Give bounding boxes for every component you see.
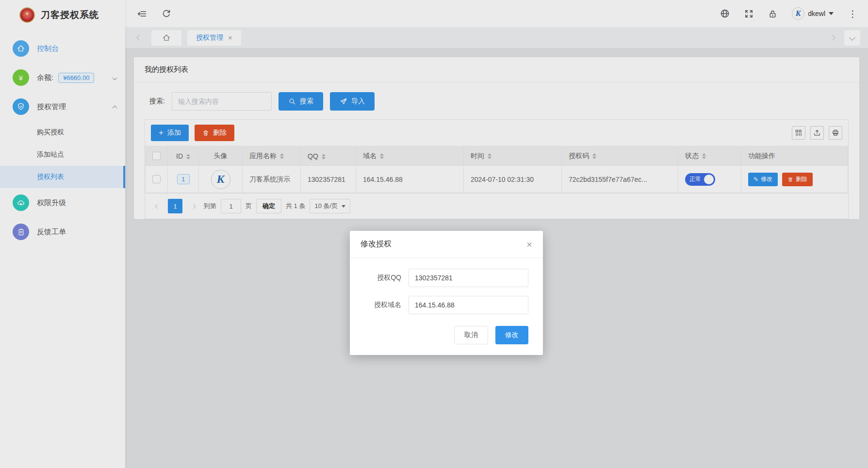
confirm-edit-button[interactable]: 修改 [495, 326, 528, 344]
modal-title: 修改授权 [360, 239, 392, 249]
modal-body: 授权QQ 授权域名 [350, 258, 543, 325]
modal-header: 修改授权 × [350, 231, 543, 258]
edit-auth-modal: 修改授权 × 授权QQ 授权域名 取消 修改 [350, 231, 543, 355]
cancel-button[interactable]: 取消 [454, 326, 488, 344]
modal-footer: 取消 修改 [350, 325, 543, 355]
domain-field-label: 授权域名 [364, 301, 401, 309]
form-row-domain: 授权域名 [364, 296, 528, 314]
domain-field[interactable] [409, 296, 528, 314]
close-icon[interactable]: × [526, 240, 532, 249]
form-row-qq: 授权QQ [364, 269, 528, 287]
qq-field[interactable] [409, 269, 528, 287]
qq-field-label: 授权QQ [364, 274, 401, 282]
